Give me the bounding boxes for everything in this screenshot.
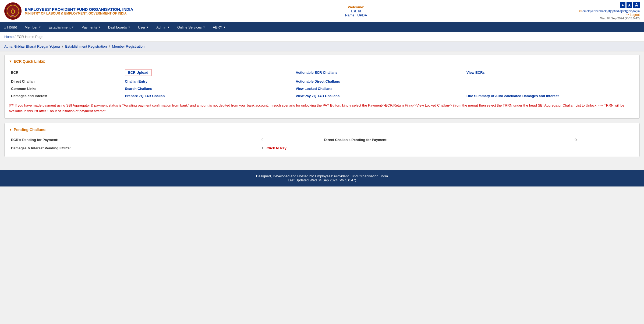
nav-dashboards[interactable]: Dashboards ▼ — [104, 22, 134, 32]
nav-abry[interactable]: ABRY ▼ — [209, 22, 229, 32]
pending-table: ECR's Pending for Payment: 0 Direct Chal… — [9, 136, 635, 152]
info-box: [## If you have made payment using SBI A… — [9, 103, 635, 114]
nav-online-services[interactable]: Online Services ▼ — [174, 22, 209, 32]
view-locked-link[interactable]: View Locked Challans — [296, 87, 332, 91]
email-link[interactable]: employerfeedback[at]epfindia[dot]gov[dot… — [582, 9, 640, 13]
challan-entry-link[interactable]: Challan Entry — [125, 79, 147, 83]
font-medium-button[interactable]: A — [627, 2, 632, 8]
quick-links-table: ECR ECR Upload Actionable ECR Challans V… — [9, 67, 635, 100]
table-row: Damages and Interest Prepare 7Q-14B Chal… — [9, 92, 635, 100]
actionable-ecr-cell: Actionable ECR Challans — [293, 67, 464, 78]
view-7q-cell: View/Pay 7Q-14B Challans — [293, 92, 464, 100]
table-row: Direct Challan Challan Entry Actionable … — [9, 78, 635, 85]
nav-home[interactable]: ⌂ ⌂ Home Home — [0, 22, 21, 32]
est-id: Est. Id — [345, 9, 367, 13]
challan-entry-cell: Challan Entry — [123, 78, 293, 85]
svg-text:INDIA: INDIA — [12, 15, 15, 16]
ecr-pending-label: ECR's Pending for Payment: — [9, 136, 259, 144]
view-ecrs-link[interactable]: View ECRs — [466, 71, 485, 75]
sub-nav: Atma Nirbhar Bharat Rozgar Yojana / Esta… — [0, 42, 644, 51]
subnav-est-reg[interactable]: Establishment Registration — [65, 44, 107, 48]
view-locked-cell: View Locked Challans — [293, 85, 464, 92]
font-controls: A A A — [579, 2, 640, 8]
table-row: Damages & Interest Pending ECR's: 1 Clic… — [9, 144, 635, 152]
font-small-button[interactable]: A — [620, 2, 625, 8]
home-icon: ⌂ — [4, 25, 6, 29]
table-row: ECR ECR Upload Actionable ECR Challans V… — [9, 67, 635, 78]
empty-cell-2 — [464, 85, 635, 92]
direct-pending-label: Direct Challan's Pending for Payment: — [322, 136, 572, 144]
damages-pending-value: 1 Click to Pay — [259, 144, 322, 152]
breadcrumb: Home / ECR Home Page — [0, 32, 644, 42]
collapse-icon[interactable]: ▼ — [9, 59, 12, 63]
svg-point-4 — [12, 10, 14, 13]
direct-pending-value: 0 — [572, 136, 635, 144]
nav-admin[interactable]: Admin ▼ — [153, 22, 174, 32]
abry-arrow: ▼ — [223, 26, 226, 29]
org-logo: EPFO INDIA — [4, 2, 22, 20]
org-name: EMPLOYEES' PROVIDENT FUND ORGANISATION, … — [25, 7, 133, 12]
empty-pending-cell-2 — [572, 144, 635, 152]
breadcrumb-sep1: / — [15, 35, 16, 39]
common-links-label: Common Links — [9, 85, 123, 92]
damages-pending-label: Damages & Interest Pending ECR's: — [9, 144, 259, 152]
org-ministry: MINISTRY OF LABOUR & EMPLOYMENT, GOVERNM… — [25, 12, 133, 15]
search-challans-link[interactable]: Search Challans — [125, 87, 152, 91]
footer: Designed, Developed and Hosted by: Emplo… — [0, 170, 644, 186]
member-arrow: ▼ — [39, 26, 41, 29]
welcome-label: Welcome: — [345, 5, 367, 9]
breadcrumb-home[interactable]: Home — [4, 35, 14, 39]
table-row: Common Links Search Challans View Locked… — [9, 85, 635, 92]
ecr-upload-cell: ECR Upload — [123, 67, 293, 78]
navbar: ⌂ ⌂ Home Home Member ▼ Establishment ▼ P… — [0, 22, 644, 32]
damages-label: Damages and Interest — [9, 92, 123, 100]
nav-payments[interactable]: Payments ▼ — [78, 22, 104, 32]
font-large-button[interactable]: A — [633, 2, 640, 8]
nav-user[interactable]: User ▼ — [134, 22, 153, 32]
subnav-sep2: / — [109, 44, 110, 48]
ecr-pending-value: 0 — [259, 136, 322, 144]
dashboards-arrow: ▼ — [128, 26, 130, 29]
view-7q-link[interactable]: View/Pay 7Q-14B Challans — [296, 94, 339, 98]
ecr-quick-links-title: ECR Quick Links: — [14, 59, 45, 64]
subnav-mem-reg[interactable]: Member Registration — [112, 44, 145, 48]
direct-challan-label: Direct Challan — [9, 78, 123, 85]
click-to-pay-link[interactable]: Click to Pay — [267, 146, 286, 150]
user-name: Name : UPDA — [345, 13, 367, 17]
logo-section: EPFO INDIA EMPLOYEES' PROVIDENT FUND ORG… — [4, 2, 133, 20]
ecr-label: ECR — [9, 67, 123, 78]
breadcrumb-current: ECR Home Page — [17, 35, 44, 39]
ecr-upload-link[interactable]: ECR Upload — [125, 69, 151, 76]
footer-line1: Designed, Developed and Hosted by: Emplo… — [4, 174, 640, 178]
admin-arrow: ▼ — [167, 26, 170, 29]
pending-challans-card: ▼ Pending Challans: ECR's Pending for Pa… — [4, 123, 640, 157]
pending-challans-header: ▼ Pending Challans: — [9, 128, 635, 132]
header-right: A A A ✉ employerfeedback[at]epfindia[dot… — [579, 2, 640, 20]
search-challans-cell: Search Challans — [123, 85, 293, 92]
ecr-quick-links-card: ▼ ECR Quick Links: ECR ECR Upload Action… — [4, 55, 640, 119]
actionable-direct-link[interactable]: Actionable Direct Challans — [296, 79, 340, 83]
user-arrow: ▼ — [146, 26, 149, 29]
online-services-arrow: ▼ — [203, 26, 205, 29]
nav-member[interactable]: Member ▼ — [21, 22, 45, 32]
table-row: ECR's Pending for Payment: 0 Direct Chal… — [9, 136, 635, 144]
logout-button[interactable]: Logout — [630, 13, 640, 17]
header-center: Welcome: Est. Id Name : UPDA — [345, 5, 367, 17]
subnav-sep1: / — [62, 44, 63, 48]
pending-collapse-icon[interactable]: ▼ — [9, 128, 12, 132]
prepare-7q-link[interactable]: Prepare 7Q-14B Challan — [125, 94, 165, 98]
nav-establishment[interactable]: Establishment ▼ — [45, 22, 78, 32]
pending-challans-title: Pending Challans: — [14, 128, 47, 132]
date-info: Wed 04 Sep 2024 (PV 5.0.47) — [579, 17, 640, 20]
due-summary-link[interactable]: Due Summary of Auto-calculated Damages a… — [466, 94, 559, 98]
subnav-atma[interactable]: Atma Nirbhar Bharat Rozgar Yojana — [4, 44, 60, 48]
prepare-7q-cell: Prepare 7Q-14B Challan — [123, 92, 293, 100]
ecr-quick-links-header: ▼ ECR Quick Links: — [9, 59, 635, 64]
logout-section: ↩ Logout — [579, 13, 640, 17]
email-section: ✉ employerfeedback[at]epfindia[dot]gov[d… — [579, 9, 640, 13]
footer-line2: Last Updated Wed 04 Sep 2024 (PV 5.0.47) — [4, 178, 640, 182]
actionable-ecr-link[interactable]: Actionable ECR Challans — [296, 71, 337, 75]
org-title: EMPLOYEES' PROVIDENT FUND ORGANISATION, … — [25, 7, 133, 15]
establishment-arrow: ▼ — [72, 26, 74, 29]
main-content: ▼ ECR Quick Links: ECR ECR Upload Action… — [0, 51, 644, 164]
